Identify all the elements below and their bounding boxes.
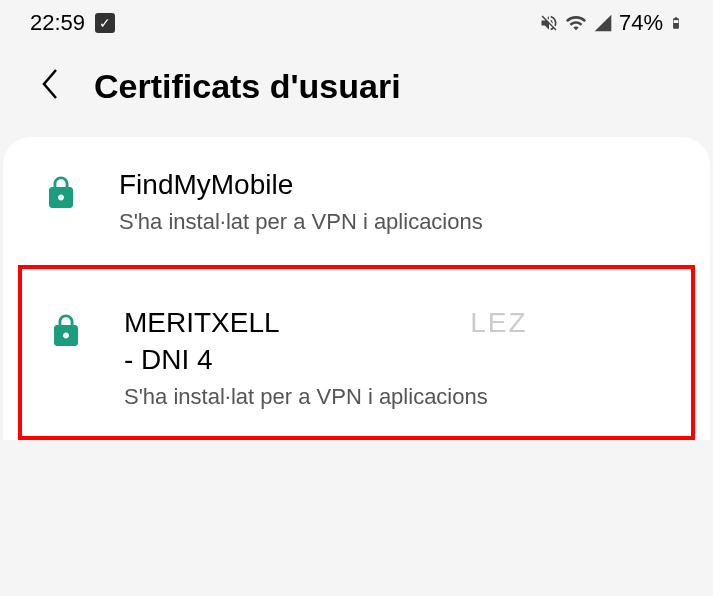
certificate-name-redacted	[286, 307, 462, 338]
certificate-subtitle: S'ha instal·lat per a VPN i aplicacions	[124, 384, 665, 410]
certificate-list: FindMyMobile S'ha instal·lat per a VPN i…	[3, 137, 710, 440]
certificate-name-line2: - DNI 4	[124, 344, 213, 375]
checkbox-icon: ✓	[95, 13, 115, 33]
lock-icon	[43, 175, 79, 215]
status-time: 22:59	[30, 10, 85, 36]
battery-percent: 74%	[619, 10, 663, 36]
battery-icon	[669, 12, 683, 34]
lock-icon	[48, 313, 84, 353]
certificate-name-line1: MERITXELL	[124, 307, 279, 338]
svg-rect-0	[674, 20, 679, 23]
certificate-subtitle: S'ha instal·lat per a VPN i aplicacions	[119, 209, 680, 235]
mute-icon	[539, 13, 559, 33]
back-button[interactable]	[38, 66, 62, 107]
page-title: Certificats d'usuari	[94, 67, 401, 106]
signal-icon	[593, 13, 613, 33]
certificate-item[interactable]: FindMyMobile S'ha instal·lat per a VPN i…	[3, 137, 710, 265]
header: Certificats d'usuari	[0, 46, 713, 137]
certificate-info: MERITXELL LEZ - DNI 4 S'ha instal·lat pe…	[124, 305, 665, 410]
status-right: 74%	[539, 10, 683, 36]
certificate-info: FindMyMobile S'ha instal·lat per a VPN i…	[119, 167, 680, 235]
certificate-name: FindMyMobile	[119, 167, 680, 203]
wifi-icon	[565, 12, 587, 34]
certificate-name-redacted-suffix: LEZ	[470, 307, 527, 338]
status-bar: 22:59 ✓ 74%	[0, 0, 713, 46]
certificate-item-highlighted[interactable]: MERITXELL LEZ - DNI 4 S'ha instal·lat pe…	[18, 265, 695, 440]
status-left: 22:59 ✓	[30, 10, 115, 36]
certificate-name: MERITXELL LEZ - DNI 4	[124, 305, 665, 378]
